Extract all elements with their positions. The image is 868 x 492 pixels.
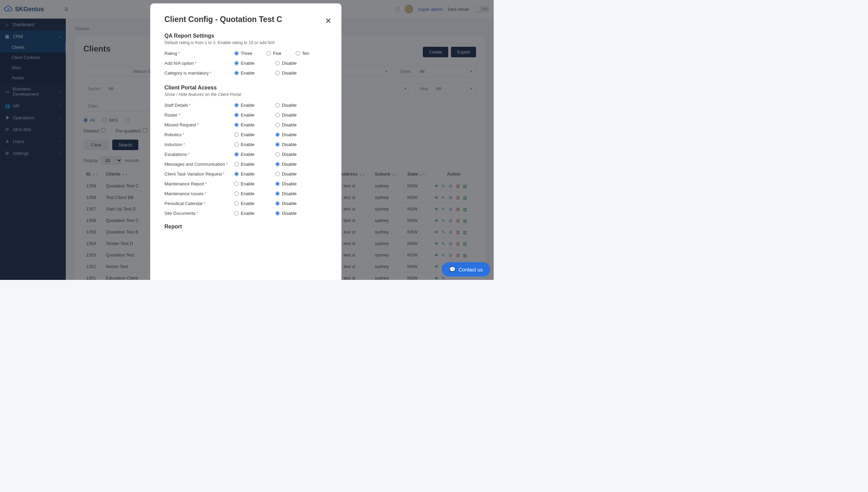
radio-disable[interactable]: Disable	[275, 181, 296, 186]
config-row-escalations: Escalations*EnableDisable	[164, 149, 327, 159]
cfg-label-text: Escalations	[164, 152, 187, 157]
config-row-missed: Missed Request*EnableDisable	[164, 120, 327, 130]
config-row-sitedocs: Site Documents*EnableDisable	[164, 208, 327, 218]
radio-disable[interactable]: Disable	[275, 70, 296, 76]
radio-disable[interactable]: Disable	[275, 61, 296, 66]
radio-disable[interactable]: Disable	[275, 152, 296, 157]
radio-disable[interactable]: Disable	[275, 191, 296, 196]
radio-enable[interactable]: Enable	[234, 191, 254, 196]
modal-title: Client Config - Quotation Test C	[164, 15, 327, 24]
radio-enable[interactable]: Enable	[234, 162, 254, 167]
radio-disable[interactable]: Disable	[275, 142, 296, 147]
qa-section-head: QA Report Settings	[164, 33, 327, 39]
radio-enable[interactable]: Enable	[234, 122, 254, 127]
radio-five[interactable]: Five	[267, 51, 281, 56]
cfg-label-text: Staff Details	[164, 103, 188, 108]
config-row-messages: Messages and Communication*EnableDisable	[164, 159, 327, 169]
cfg-label-text: Maintenance Report	[164, 181, 204, 186]
cfg-label-text: Messages and Communication	[164, 162, 225, 167]
radio-enable[interactable]: Enable	[234, 61, 254, 66]
radio-enable[interactable]: Enable	[234, 181, 254, 186]
config-row-category: Category is mandatory* Enable Disable	[164, 68, 327, 78]
report-section-head: Report	[164, 224, 327, 230]
cfg-label-text: Category is mandatory	[164, 70, 209, 76]
radio-disable[interactable]: Disable	[275, 211, 296, 216]
config-row-staff: Staff Details*EnableDisable	[164, 100, 327, 110]
radio-enable[interactable]: Enable	[234, 112, 254, 118]
radio-three[interactable]: Three	[234, 51, 252, 56]
cfg-label-text: Add N/A option	[164, 61, 194, 66]
chat-icon: 💬	[449, 266, 456, 272]
radio-ten[interactable]: Ten	[296, 51, 309, 56]
cfg-label-text: Induction	[164, 142, 182, 147]
contact-us-widget[interactable]: 💬 Contact us	[442, 262, 490, 276]
radio-disable[interactable]: Disable	[275, 132, 296, 137]
radio-enable[interactable]: Enable	[234, 201, 254, 206]
config-row-periodical: Periodical Calendar*EnableDisable	[164, 199, 327, 208]
portal-section-head: Client Portal Aceess	[164, 85, 327, 91]
radio-disable[interactable]: Disable	[275, 103, 296, 108]
radio-enable[interactable]: Enable	[234, 70, 254, 76]
radio-disable[interactable]: Disable	[275, 162, 296, 167]
cfg-label-text: Missed Request	[164, 122, 196, 127]
cfg-label-text: Maintenance Issues	[164, 191, 204, 196]
config-row-mreport: Maintenance Report*EnableDisable	[164, 179, 327, 189]
radio-disable[interactable]: Disable	[275, 112, 296, 118]
radio-enable[interactable]: Enable	[234, 171, 254, 177]
config-row-na: Add N/A option* Enable Disable	[164, 58, 327, 68]
config-row-missues: Maintenance Issues*EnableDisable	[164, 189, 327, 199]
cfg-label-text: Rating	[164, 51, 177, 56]
radio-enable[interactable]: Enable	[234, 152, 254, 157]
contact-label: Contact us	[458, 267, 483, 272]
radio-disable[interactable]: Disable	[275, 171, 296, 177]
cfg-label-text: Site Documents	[164, 211, 196, 216]
config-row-ctvr: Client Task Variation Request*EnableDisa…	[164, 169, 327, 179]
portal-section-desc: Show / Hide features on the Client Porta…	[164, 92, 327, 97]
cfg-label-text: Periodical Calendar	[164, 201, 203, 206]
config-row-rating: Rating* Three Five Ten	[164, 48, 327, 58]
cfg-label-text: Robotics	[164, 132, 182, 137]
radio-disable[interactable]: Disable	[275, 201, 296, 206]
config-row-robotics: Robotics*EnableDisable	[164, 130, 327, 140]
config-row-induction: Induction*EnableDisable	[164, 140, 327, 149]
radio-enable[interactable]: Enable	[234, 132, 254, 137]
config-row-roster: Roster*EnableDisable	[164, 110, 327, 120]
close-icon[interactable]: ×	[325, 16, 331, 26]
radio-enable[interactable]: Enable	[234, 103, 254, 108]
radio-enable[interactable]: Enable	[234, 142, 254, 147]
cfg-label-text: Client Task Variation Request	[164, 171, 222, 177]
cfg-label-text: Roster	[164, 112, 177, 118]
client-config-modal: Client Config - Quotation Test C × QA Re…	[150, 3, 341, 280]
qa-section-desc: Default rating is from 1 to 3. Enable ra…	[164, 40, 327, 45]
radio-disable[interactable]: Disable	[275, 122, 296, 127]
radio-enable[interactable]: Enable	[234, 211, 254, 216]
